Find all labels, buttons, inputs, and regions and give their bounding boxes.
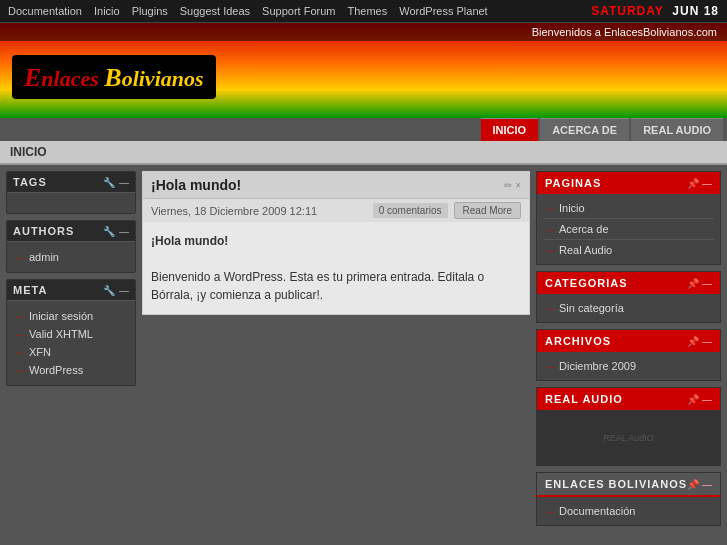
tags-widget-header: TAGS 🔧 — <box>7 172 135 193</box>
post-header-icons: ✏ × <box>504 180 521 191</box>
post-meta: Viernes, 18 Diciembre 2009 12:11 0 comen… <box>143 199 529 222</box>
paginas-real-audio[interactable]: → Real Audio <box>543 240 714 260</box>
tags-minus-icon[interactable]: — <box>119 177 129 188</box>
date-month-day: JUN 18 <box>672 4 719 18</box>
nav-suggest[interactable]: Suggest Ideas <box>180 5 250 17</box>
post-content: ¡Hola mundo! Bienvenido a WordPress. Est… <box>143 222 529 314</box>
author-admin-label: admin <box>29 251 59 263</box>
post-header: ¡Hola mundo! ✏ × <box>143 172 529 199</box>
arrow-icon: → <box>15 311 25 322</box>
arrow-icon: → <box>545 361 555 372</box>
real-audio-header: REAL AUDIO 📌 — <box>537 388 720 410</box>
archivos-icons: 📌 — <box>687 336 712 347</box>
nav-tab-inicio[interactable]: INICIO <box>481 118 539 141</box>
arrow-icon: → <box>545 506 555 517</box>
categorias-sin[interactable]: → Sin categoría <box>543 298 714 318</box>
meta-widget-title: META <box>13 284 47 296</box>
real-audio-title: REAL AUDIO <box>545 393 623 405</box>
paginas-acerca[interactable]: → Acerca de <box>543 219 714 240</box>
nav-tab-real-audio[interactable]: REAL AUDIO <box>631 118 723 141</box>
meta-widget-body: → Iniciar sesión → Valid XHTML → XFN → W… <box>7 301 135 385</box>
author-admin[interactable]: → admin <box>13 248 129 266</box>
authors-wrench-icon[interactable]: 🔧 <box>103 226 115 237</box>
archivos-title: ARCHIVOS <box>545 335 611 347</box>
meta-widget-header: META 🔧 — <box>7 280 135 301</box>
nav-themes[interactable]: Themes <box>347 5 387 17</box>
enlaces-icons: 📌 — <box>687 479 712 490</box>
categorias-header: CATEGORIAS 📌 — <box>537 272 720 294</box>
post-box: ¡Hola mundo! ✏ × Viernes, 18 Diciembre 2… <box>142 171 530 315</box>
arrow-icon: → <box>545 303 555 314</box>
archivos-pin-icon[interactable]: 📌 — <box>687 336 712 347</box>
meta-wrench-icon[interactable]: 🔧 <box>103 285 115 296</box>
categorias-icons: 📌 — <box>687 278 712 289</box>
paginas-title: PAGINAS <box>545 177 601 189</box>
paginas-pin-icon[interactable]: 📌 — <box>687 178 712 189</box>
nav-plugins[interactable]: Plugins <box>132 5 168 17</box>
archivos-dic[interactable]: → Diciembre 2009 <box>543 356 714 376</box>
real-audio-pin-icon[interactable]: 📌 — <box>687 394 712 405</box>
authors-widget-icons: 🔧 — <box>103 226 129 237</box>
read-more-button[interactable]: Read More <box>454 202 521 219</box>
nav-documentation[interactable]: Documentation <box>8 5 82 17</box>
arrow-icon: → <box>545 224 555 235</box>
tags-wrench-icon[interactable]: 🔧 <box>103 177 115 188</box>
post-body: Bienvenido a WordPress. Esta es tu prime… <box>151 270 484 302</box>
paginas-body: → Inicio → Acerca de → Real Audio <box>537 194 720 264</box>
post-subtitle: ¡Hola mundo! <box>151 234 228 248</box>
paginas-widget: PAGINAS 📌 — → Inicio → Acerca de → Real … <box>536 171 721 265</box>
date-display: SATURDAY JUN 18 <box>591 4 719 18</box>
comments-link[interactable]: 0 comentarios <box>373 203 448 218</box>
post-title: ¡Hola mundo! <box>151 177 241 193</box>
arrow-icon: → <box>15 252 25 263</box>
arrow-icon: → <box>545 203 555 214</box>
meta-iniciar[interactable]: → Iniciar sesión <box>13 307 129 325</box>
nav-support[interactable]: Support Forum <box>262 5 335 17</box>
arrow-icon: → <box>15 329 25 340</box>
authors-widget-body: → admin <box>7 242 135 272</box>
real-audio-body: REAL AudIO <box>537 410 720 465</box>
meta-xfn[interactable]: → XFN <box>13 343 129 361</box>
arrow-icon: → <box>545 245 555 256</box>
categorias-widget: CATEGORIAS 📌 — → Sin categoría <box>536 271 721 323</box>
meta-wordpress[interactable]: → WordPress <box>13 361 129 379</box>
tags-widget: TAGS 🔧 — <box>6 171 136 214</box>
sidebar-right: PAGINAS 📌 — → Inicio → Acerca de → Real … <box>536 171 721 545</box>
welcome-text: Bienvenidos a EnlacesBolivianos.com <box>532 26 717 38</box>
site-logo[interactable]: Enlaces Bolivianos <box>12 55 216 99</box>
tags-widget-icons: 🔧 — <box>103 177 129 188</box>
content-layout: TAGS 🔧 — AUTHORS 🔧 — → admin <box>0 165 727 545</box>
authors-widget: AUTHORS 🔧 — → admin <box>6 220 136 273</box>
paginas-header: PAGINAS 📌 — <box>537 172 720 194</box>
tags-widget-title: TAGS <box>13 176 47 188</box>
meta-widget-icons: 🔧 — <box>103 285 129 296</box>
sidebar-left: TAGS 🔧 — AUTHORS 🔧 — → admin <box>6 171 136 545</box>
categorias-title: CATEGORIAS <box>545 277 628 289</box>
authors-widget-header: AUTHORS 🔧 — <box>7 221 135 242</box>
categorias-body: → Sin categoría <box>537 294 720 322</box>
logo-text: Enlaces Bolivianos <box>24 61 204 93</box>
paginas-icons: 📌 — <box>687 178 712 189</box>
enlaces-title: ENLACES BOLIVIANOS <box>545 478 687 490</box>
nav-links: Documentation Inicio Plugins Suggest Ide… <box>8 5 488 17</box>
real-audio-placeholder: REAL AudIO <box>603 433 654 443</box>
enlaces-doc[interactable]: → Documentación <box>543 501 714 521</box>
nav-inicio[interactable]: Inicio <box>94 5 120 17</box>
meta-minus-icon[interactable]: — <box>119 285 129 296</box>
authors-widget-title: AUTHORS <box>13 225 74 237</box>
nav-tab-acerca[interactable]: ACERCA DE <box>540 118 629 141</box>
site-header: Bienvenidos a EnlacesBolivianos.com Enla… <box>0 23 727 118</box>
meta-xhtml[interactable]: → Valid XHTML <box>13 325 129 343</box>
arrow-icon: → <box>15 365 25 376</box>
real-audio-widget: REAL AUDIO 📌 — REAL AudIO <box>536 387 721 466</box>
enlaces-body: → Documentación <box>537 497 720 525</box>
nav-wordpress-planet[interactable]: WordPress Planet <box>399 5 487 17</box>
post-actions: 0 comentarios Read More <box>373 202 521 219</box>
authors-minus-icon[interactable]: — <box>119 226 129 237</box>
enlaces-widget: ENLACES BOLIVIANOS 📌 — → Documentación <box>536 472 721 526</box>
archivos-header: ARCHIVOS 📌 — <box>537 330 720 352</box>
enlaces-pin-icon[interactable]: 📌 — <box>687 479 712 490</box>
categorias-pin-icon[interactable]: 📌 — <box>687 278 712 289</box>
paginas-inicio[interactable]: → Inicio <box>543 198 714 219</box>
archivos-body: → Diciembre 2009 <box>537 352 720 380</box>
